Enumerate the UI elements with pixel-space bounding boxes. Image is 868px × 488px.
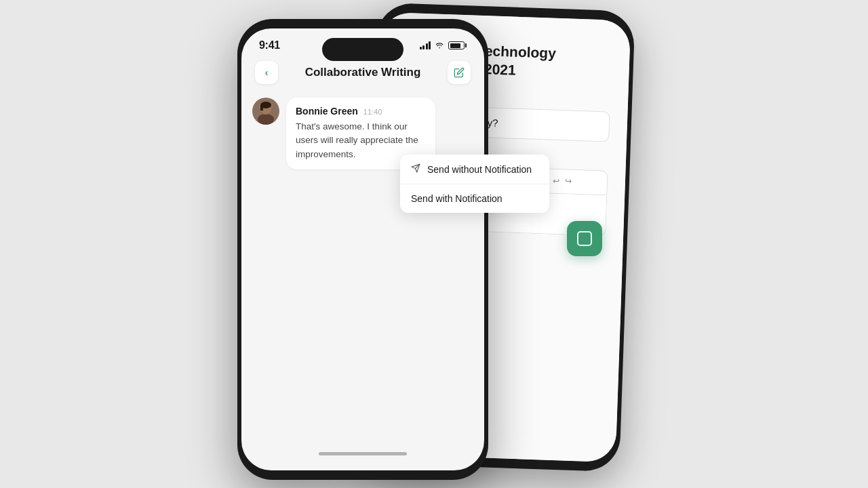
- redo-button[interactable]: ↪: [565, 176, 572, 186]
- send-without-notification-item[interactable]: Send without Notification: [400, 155, 549, 184]
- close-icon: [577, 231, 592, 246]
- dynamic-island: [322, 38, 403, 61]
- send-icon: [411, 163, 420, 175]
- message-header: Bonnie Green 11:40: [296, 106, 426, 117]
- app-title: Collaborative Writing: [305, 66, 421, 79]
- avatar: [252, 98, 279, 125]
- wifi-icon: [435, 41, 444, 51]
- edit-icon: [454, 67, 465, 78]
- avatar-image: [252, 98, 279, 125]
- undo-button[interactable]: ↩: [553, 176, 559, 186]
- home-indicator: [319, 452, 407, 455]
- battery-icon: [448, 41, 467, 49]
- fab-close-button[interactable]: [567, 221, 602, 256]
- status-icons: [420, 41, 467, 51]
- back-button[interactable]: ‹: [255, 61, 278, 84]
- message-time: 11:40: [363, 108, 382, 116]
- svg-point-3: [258, 114, 274, 125]
- edit-button[interactable]: [448, 61, 471, 84]
- send-notification-dropdown: Send without Notification Send with Noti…: [400, 155, 549, 213]
- svg-rect-6: [260, 105, 263, 110]
- chevron-left-icon: ‹: [265, 67, 269, 78]
- signal-icon: [420, 41, 431, 49]
- send-without-notification-label: Send without Notification: [427, 164, 532, 175]
- send-with-notification-item[interactable]: Send with Notification: [400, 184, 549, 213]
- phone-front: 9:41: [237, 19, 488, 480]
- status-time: 9:41: [259, 39, 280, 52]
- send-with-notification-label: Send with Notification: [411, 193, 502, 204]
- message-author: Bonnie Green: [296, 106, 358, 117]
- phone-front-screen: 9:41: [241, 28, 484, 470]
